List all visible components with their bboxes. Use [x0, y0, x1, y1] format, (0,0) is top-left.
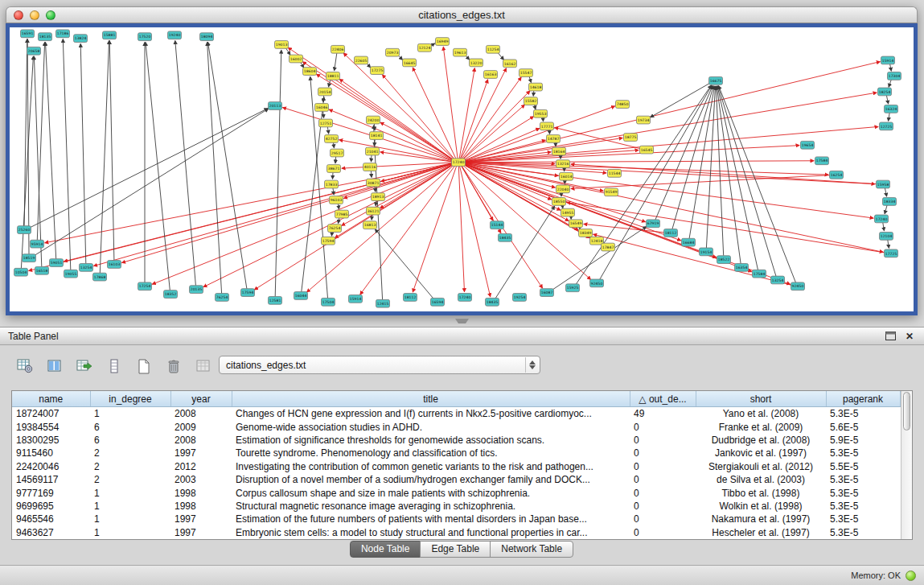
network-node[interactable]: 17847	[602, 243, 615, 251]
network-node[interactable]: 18164	[552, 147, 566, 155]
network-node[interactable]: 16949	[436, 38, 450, 46]
network-node[interactable]: 18811	[326, 72, 340, 80]
network-node[interactable]: 16675	[709, 76, 723, 84]
column-header-out_degree[interactable]: △ out_de...	[630, 391, 696, 407]
tab-network-table[interactable]: Network Table	[490, 541, 573, 558]
network-node[interactable]: 17594	[241, 289, 255, 297]
network-edge[interactable]	[376, 200, 376, 206]
network-node[interactable]: 17868	[93, 273, 107, 281]
network-edge[interactable]	[175, 41, 196, 286]
network-edge[interactable]	[458, 167, 464, 292]
network-node[interactable]: 13216	[556, 160, 570, 168]
network-node[interactable]: 16518	[35, 266, 49, 274]
network-edge[interactable]	[464, 163, 873, 218]
network-node[interactable]: 18435	[486, 298, 499, 306]
network-node[interactable]: 15144	[491, 221, 504, 229]
panel-splitter[interactable]	[0, 315, 924, 327]
table-row[interactable]: 1938455462009Genome-wide association stu…	[12, 420, 900, 433]
memory-status-indicator[interactable]	[906, 571, 916, 581]
network-edge[interactable]	[886, 96, 888, 104]
network-node[interactable]: 15925	[566, 284, 580, 292]
minimize-window-button[interactable]	[30, 10, 39, 20]
network-edge[interactable]	[339, 204, 339, 209]
network-node[interactable]: 76254	[328, 225, 342, 233]
table-row[interactable]: 2242004622012Investigating the contribut…	[12, 460, 900, 473]
network-edge[interactable]	[883, 223, 885, 231]
network-node[interactable]: 16087	[540, 289, 554, 297]
table-row[interactable]: 946554611997Estimation of the future num…	[12, 513, 900, 525]
network-edge[interactable]	[380, 152, 453, 162]
network-edge[interactable]	[706, 86, 715, 248]
network-edge[interactable]	[462, 105, 524, 159]
network-edge[interactable]	[34, 109, 269, 256]
network-node[interactable]: 19254	[513, 294, 527, 302]
network-edge[interactable]	[146, 43, 170, 290]
zoom-window-button[interactable]	[46, 10, 55, 20]
network-edge[interactable]	[275, 50, 281, 296]
network-edge[interactable]	[576, 85, 712, 285]
network-node[interactable]: 17275	[371, 67, 384, 75]
network-node[interactable]: 18519	[23, 254, 36, 262]
network-edge[interactable]	[380, 164, 454, 208]
network-edge[interactable]	[288, 47, 454, 160]
network-node[interactable]: 16103	[108, 261, 121, 269]
network-node[interactable]: 18349	[579, 229, 593, 237]
network-node[interactable]: 12124	[418, 43, 432, 51]
network-node[interactable]: 17725	[885, 249, 898, 257]
network-node[interactable]: 16354	[735, 264, 749, 272]
column-settings-button[interactable]	[44, 356, 65, 376]
network-node[interactable]: 17584	[753, 270, 766, 278]
network-edge[interactable]	[462, 77, 521, 159]
network-node[interactable]: 12725	[880, 122, 893, 130]
network-node[interactable]: 17240	[458, 294, 472, 302]
network-edge[interactable]	[80, 43, 86, 263]
network-node[interactable]: 16002	[290, 55, 303, 63]
network-edge[interactable]	[207, 43, 222, 294]
network-node[interactable]: 16324	[885, 105, 898, 113]
network-edge[interactable]	[888, 240, 889, 248]
network-node[interactable]: 92450	[590, 279, 604, 287]
network-node[interactable]: 18135	[39, 33, 52, 41]
network-edge[interactable]	[495, 206, 555, 299]
network-node[interactable]: 18775	[624, 134, 638, 142]
network-edge[interactable]	[335, 53, 337, 71]
network-node[interactable]: 18913	[372, 193, 385, 201]
network-node[interactable]: 14618	[529, 83, 543, 91]
network-edge[interactable]	[317, 74, 454, 160]
network-node[interactable]: 19654	[801, 141, 815, 149]
network-edge[interactable]	[889, 80, 891, 87]
network-node[interactable]: 92450	[791, 282, 805, 290]
network-canvas[interactable]: 1724018811201541604612751427522951738671…	[6, 23, 918, 315]
network-edge[interactable]	[152, 164, 453, 285]
rename-table-button[interactable]	[193, 356, 214, 376]
network-edge[interactable]	[122, 163, 454, 262]
network-node[interactable]: 40116	[363, 163, 377, 171]
network-window-titlebar[interactable]: citations_edges.txt	[6, 6, 918, 23]
network-node[interactable]: 77985	[335, 210, 349, 218]
network-edge[interactable]	[208, 42, 247, 288]
network-node[interactable]: 16254	[830, 171, 844, 179]
network-edge[interactable]	[21, 56, 33, 268]
network-node[interactable]: 36121	[367, 207, 380, 215]
network-node[interactable]: 13220	[470, 59, 483, 67]
network-node[interactable]: 18522	[717, 256, 731, 264]
network-edge[interactable]	[533, 91, 534, 97]
network-edge[interactable]	[529, 76, 532, 83]
network-node[interactable]: 19240	[168, 31, 182, 39]
network-edge[interactable]	[460, 80, 487, 159]
delete-table-button[interactable]	[163, 356, 184, 376]
network-node[interactable]: 17584	[815, 157, 829, 165]
network-edge[interactable]	[254, 164, 454, 290]
network-edge[interactable]	[24, 39, 27, 226]
network-edge[interactable]	[94, 163, 454, 266]
network-node[interactable]: 15881	[103, 31, 117, 39]
network-node[interactable]: 11254	[487, 45, 500, 53]
close-window-button[interactable]	[14, 10, 23, 20]
network-node[interactable]: 15958	[877, 180, 890, 188]
network-node[interactable]: 17240	[452, 159, 466, 167]
network-node[interactable]: 14955	[561, 208, 575, 216]
network-edge[interactable]	[46, 43, 56, 259]
network-node[interactable]: 76254	[216, 294, 229, 302]
network-edge[interactable]	[64, 163, 454, 262]
network-edge[interactable]	[376, 229, 434, 299]
